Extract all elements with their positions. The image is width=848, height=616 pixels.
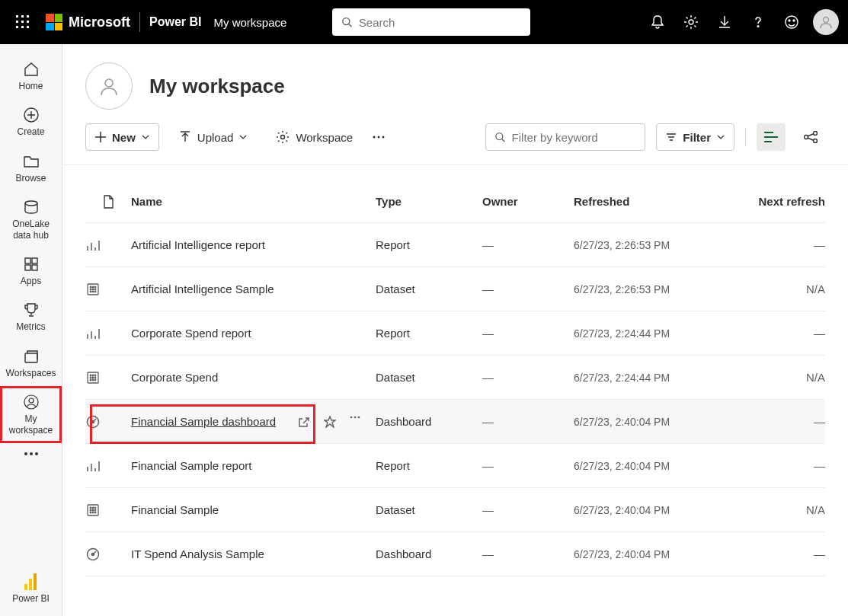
item-name[interactable]: IT Spend Analysis Sample: [131, 547, 264, 560]
svg-point-39: [805, 136, 808, 139]
svg-rect-3: [16, 21, 18, 23]
workspace-title: My workspace: [149, 75, 285, 98]
powerbi-icon: [24, 573, 38, 590]
onelake-icon: [23, 199, 40, 215]
lineage-view-button[interactable]: [796, 123, 825, 151]
svg-point-64: [350, 416, 353, 418]
nav-onelake[interactable]: OneLake data hub: [0, 191, 62, 248]
item-type: Report: [376, 327, 482, 340]
col-owner[interactable]: Owner: [482, 195, 574, 208]
svg-point-74: [90, 512, 91, 513]
search-icon: [495, 132, 505, 143]
item-name[interactable]: Corporate Spend report: [131, 327, 251, 340]
star-icon[interactable]: [324, 416, 336, 428]
item-next-refresh: N/A: [726, 371, 825, 384]
more-icon: [373, 136, 385, 139]
trophy-icon: [23, 302, 40, 318]
svg-point-70: [94, 507, 96, 509]
item-refreshed: 6/27/23, 2:40:04 PM: [574, 504, 726, 516]
item-owner: —: [482, 459, 574, 472]
svg-point-61: [94, 379, 96, 381]
col-type[interactable]: Type: [376, 195, 482, 208]
search-input[interactable]: [359, 16, 522, 29]
nav-home[interactable]: Home: [0, 53, 62, 99]
breadcrumb-workspace[interactable]: My workspace: [213, 16, 286, 29]
item-type-icon: [85, 327, 101, 340]
powerbi-product-name[interactable]: Power BI: [149, 15, 201, 29]
table-row[interactable]: Financial Sample reportReport—6/27/23, 2…: [85, 444, 825, 488]
svg-point-40: [814, 132, 818, 136]
feedback-icon[interactable]: [775, 5, 808, 39]
new-button[interactable]: New: [85, 123, 159, 151]
svg-point-34: [373, 136, 376, 139]
filter-keyword[interactable]: [485, 123, 645, 151]
item-name[interactable]: Corporate Spend: [131, 371, 218, 384]
svg-point-11: [689, 20, 693, 24]
svg-point-16: [824, 18, 829, 23]
item-type-icon: [85, 547, 101, 561]
powerbi-logo[interactable]: Power BI: [0, 566, 62, 616]
item-type-icon: [85, 372, 101, 384]
svg-point-15: [793, 20, 795, 21]
chevron-down-icon: [717, 135, 725, 139]
help-icon[interactable]: [741, 5, 775, 39]
svg-point-47: [92, 289, 94, 290]
svg-rect-2: [27, 15, 29, 18]
item-next-refresh: —: [726, 547, 825, 560]
item-owner: —: [482, 415, 574, 428]
svg-point-18: [25, 201, 37, 206]
item-name[interactable]: Financial Sample report: [131, 459, 251, 472]
nav-my-workspace[interactable]: My workspace: [0, 386, 62, 443]
nav-browse[interactable]: Browse: [0, 145, 62, 191]
nav-metrics[interactable]: Metrics: [0, 294, 62, 340]
share-icon[interactable]: [298, 416, 310, 428]
svg-point-69: [92, 507, 94, 509]
left-nav: Home Create Browse OneLake data hub Apps…: [0, 44, 62, 616]
nav-workspaces[interactable]: Workspaces: [0, 340, 62, 386]
table-row[interactable]: Artificial Intelligence reportReport—6/2…: [85, 223, 825, 267]
user-avatar[interactable]: [813, 9, 839, 35]
app-launcher-icon[interactable]: [9, 8, 37, 36]
plus-circle-icon: [23, 107, 40, 123]
item-name[interactable]: Financial Sample: [131, 503, 219, 516]
workspace-settings-button[interactable]: Workspace: [267, 123, 362, 151]
settings-icon[interactable]: [674, 5, 708, 39]
more-icon[interactable]: [350, 416, 360, 428]
col-name[interactable]: Name: [131, 195, 376, 208]
col-next[interactable]: Next refresh: [726, 195, 825, 208]
table-row[interactable]: IT Spend Analysis SampleDashboard—6/27/2…: [85, 532, 825, 576]
item-name[interactable]: Artificial Intelligence report: [131, 238, 265, 251]
col-refreshed[interactable]: Refreshed: [574, 195, 726, 208]
toolbar: New Upload Workspace Filter: [62, 116, 848, 165]
download-icon[interactable]: [708, 5, 741, 39]
global-search[interactable]: [332, 8, 530, 36]
svg-point-37: [496, 132, 503, 139]
table-row[interactable]: Artificial Intelligence SampleDataset—6/…: [85, 267, 825, 311]
svg-point-51: [94, 291, 96, 292]
filter-button[interactable]: Filter: [656, 123, 734, 151]
item-name[interactable]: Artificial Intelligence Sample: [131, 282, 274, 295]
nav-apps[interactable]: Apps: [0, 248, 62, 294]
item-type: Dashboard: [376, 547, 482, 560]
item-type: Dataset: [376, 371, 482, 384]
svg-point-12: [757, 26, 759, 27]
item-owner: —: [482, 327, 574, 340]
list-view-button[interactable]: [757, 123, 786, 151]
item-type-icon: [85, 504, 101, 516]
nav-create[interactable]: Create: [0, 99, 62, 145]
item-owner: —: [482, 238, 574, 251]
svg-point-59: [90, 379, 91, 381]
workspaces-icon: [23, 348, 40, 365]
nav-more[interactable]: [0, 443, 62, 464]
table-row[interactable]: Corporate SpendDataset—6/27/23, 2:24:44 …: [85, 356, 825, 400]
filter-keyword-input[interactable]: [512, 131, 636, 144]
item-name[interactable]: Financial Sample dashboard: [131, 415, 276, 428]
upload-button[interactable]: Upload: [170, 123, 257, 151]
table-row[interactable]: Financial Sample dashboardDashboard—6/27…: [85, 400, 825, 444]
item-next-refresh: —: [726, 327, 825, 340]
microsoft-text: Microsoft: [69, 14, 130, 30]
table-row[interactable]: Financial SampleDataset—6/27/23, 2:40:04…: [85, 488, 825, 532]
notifications-icon[interactable]: [641, 5, 674, 39]
more-toolbar-button[interactable]: [373, 136, 385, 139]
table-row[interactable]: Corporate Spend reportReport—6/27/23, 2:…: [85, 311, 825, 356]
